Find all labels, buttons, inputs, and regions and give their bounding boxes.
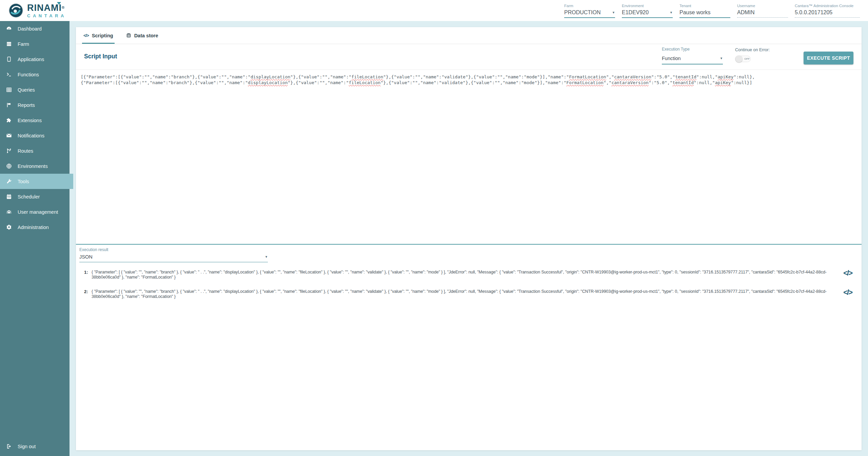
brand-logo: RINAMI® CANTARA <box>8 3 66 18</box>
username-field: Username ADMIN <box>737 4 788 18</box>
sidebar-item-label: Functions <box>18 72 39 77</box>
sign-out-label: Sign out <box>18 444 36 449</box>
sidebar-item-label: Queries <box>18 87 35 93</box>
tenant-label: Tenant <box>679 4 730 8</box>
tenant-input[interactable]: Tenant Pause works <box>679 4 730 18</box>
tab-scripting[interactable]: </> Scripting <box>83 27 113 44</box>
script-input-header: Script Input Execution Type Function ▼ C… <box>76 44 862 70</box>
chevron-down-icon: ▼ <box>612 11 615 14</box>
sidebar-item-label: Tools <box>18 179 29 184</box>
environment-select[interactable]: Environment E1DEV920▼ <box>622 4 673 18</box>
console-label: Cantara™ Administration Console <box>795 4 860 8</box>
farm-icon <box>6 41 12 47</box>
notifications-icon <box>6 133 12 138</box>
tab-data-store[interactable]: Data store <box>126 27 158 44</box>
console-version-value: 5.0.0.20171205 <box>795 10 832 16</box>
environments-icon <box>6 163 12 169</box>
continue-on-error-toggle[interactable]: OFF <box>735 56 751 62</box>
sidebar-item-farm[interactable]: Farm <box>0 36 70 52</box>
sign-out-button[interactable]: Sign out <box>0 439 70 454</box>
brand-name: RINAMI <box>27 3 62 13</box>
execution-type-label: Execution Type <box>662 47 723 52</box>
sidebar-item-label: Scheduler <box>18 194 40 200</box>
username-label: Username <box>737 4 788 8</box>
database-icon <box>126 33 131 38</box>
sidebar-item-environments[interactable]: Environments <box>0 158 70 174</box>
brand-triangle-icon <box>57 2 61 5</box>
functions-icon <box>6 72 12 77</box>
sidebar-item-dashboard[interactable]: Dashboard <box>0 21 70 36</box>
execution-type-select[interactable]: Execution Type Function ▼ <box>662 47 723 64</box>
script-input-textarea[interactable]: [{"Parameter":[{"value":"","name":"branc… <box>76 70 862 244</box>
result-row: 2: { "Parameter": [ { "value": "", "name… <box>79 289 862 299</box>
tab-label: Scripting <box>92 33 113 38</box>
sidebar-item-reports[interactable]: Reports <box>0 97 70 113</box>
extensions-icon <box>6 117 12 123</box>
tab-bar: </> Scripting Data store <box>76 27 862 44</box>
result-row-number: 1: <box>79 270 92 275</box>
script-line: {"Parameter":[{"value":"","name":"branch… <box>81 80 857 86</box>
sidebar-item-functions[interactable]: Functions <box>0 67 70 82</box>
result-format-value: JSON <box>79 254 93 260</box>
execution-result-section: Execution result JSON ▼ 1: { "Parameter"… <box>76 245 862 299</box>
sidebar-item-label: Dashboard <box>18 26 42 32</box>
top-header: RINAMI® CANTARA Farm PRODUCTION▼ Environ… <box>0 0 868 21</box>
result-format-select[interactable]: JSON ▼ <box>79 254 268 262</box>
farm-select[interactable]: Farm PRODUCTION▼ <box>564 4 615 18</box>
toggle-knob <box>735 55 743 62</box>
queries-icon <box>6 87 12 93</box>
sidebar-item-tools[interactable]: Tools <box>0 174 73 189</box>
result-row-json: { "Parameter": [ { "value": "", "name": … <box>92 289 834 299</box>
sidebar-item-label: Farm <box>18 41 29 47</box>
execute-script-button[interactable]: EXECUTE SCRIPT <box>804 52 853 64</box>
continue-on-error-label: Continue on Error: <box>735 48 770 52</box>
sidebar-item-notifications[interactable]: Notifications <box>0 128 70 143</box>
result-rows: 1: { "Parameter": [ { "value": "", "name… <box>79 270 862 299</box>
script-line: [{"Parameter":[{"value":"","name":"branc… <box>81 74 857 80</box>
chevron-down-icon: ▼ <box>265 255 268 259</box>
code-icon[interactable]: </> <box>843 270 852 277</box>
page-title: Script Input <box>84 53 117 60</box>
sidebar-item-label: Reports <box>18 102 35 108</box>
administration-icon <box>6 224 12 230</box>
tab-label: Data store <box>134 33 158 38</box>
toggle-state-label: OFF <box>744 57 750 60</box>
farm-label: Farm <box>564 4 615 8</box>
code-icon[interactable]: </> <box>843 289 852 296</box>
applications-icon <box>6 56 12 62</box>
sidebar-item-user-management[interactable]: User management <box>0 204 70 220</box>
routes-icon <box>6 148 12 154</box>
code-icon: </> <box>83 33 89 38</box>
reports-icon <box>6 102 12 108</box>
execution-type-value: Function <box>662 56 681 61</box>
username-value: ADMIN <box>737 10 755 16</box>
result-row: 1: { "Parameter": [ { "value": "", "name… <box>79 270 862 280</box>
sidebar-item-label: Administration <box>18 225 49 230</box>
farm-value: PRODUCTION <box>564 10 601 16</box>
registered-mark: ® <box>62 5 64 9</box>
sign-out-icon <box>6 443 12 449</box>
sidebar-item-scheduler[interactable]: Scheduler <box>0 189 70 204</box>
continue-on-error-control: Continue on Error: OFF <box>735 48 770 62</box>
sidebar-item-label: Notifications <box>18 133 44 138</box>
sidebar-item-label: Environments <box>18 164 48 169</box>
sidebar-item-label: User management <box>18 209 58 215</box>
environment-label: Environment <box>622 4 673 8</box>
chevron-down-icon: ▼ <box>720 57 723 60</box>
sidebar-item-label: Extensions <box>18 118 42 123</box>
sidebar-item-administration[interactable]: Administration <box>0 220 70 235</box>
rinami-logo-icon <box>8 3 24 18</box>
sidebar-item-applications[interactable]: Applications <box>0 52 70 67</box>
result-row-number: 2: <box>79 289 92 294</box>
sidebar-item-queries[interactable]: Queries <box>0 82 70 97</box>
brand-product: CANTARA <box>27 14 66 18</box>
header-fields: Farm PRODUCTION▼ Environment E1DEV920▼ T… <box>564 3 860 18</box>
sidebar-item-routes[interactable]: Routes <box>0 143 70 158</box>
sidebar-item-extensions[interactable]: Extensions <box>0 113 70 128</box>
console-version-field: Cantara™ Administration Console 5.0.0.20… <box>795 4 860 18</box>
tenant-value: Pause works <box>679 10 711 16</box>
chevron-down-icon: ▼ <box>670 11 673 14</box>
environment-value: E1DEV920 <box>622 10 649 16</box>
tools-icon <box>6 178 12 184</box>
result-row-json: { "Parameter": [ { "value": "", "name": … <box>92 270 834 280</box>
